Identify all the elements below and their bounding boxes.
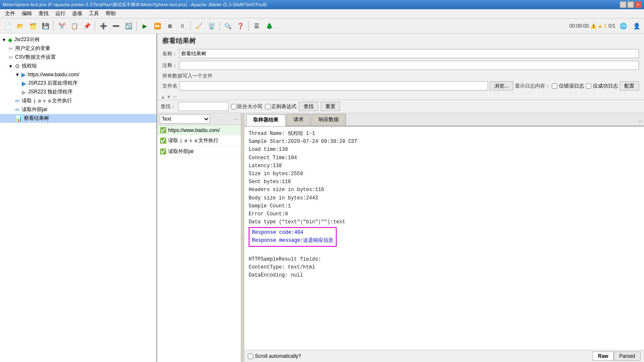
detail-line-3: Connect Time:104 — [249, 154, 640, 162]
name-row: 名称： — [162, 49, 639, 58]
scroll-auto-label[interactable]: Scroll automatically? — [248, 353, 301, 359]
file-name-input[interactable] — [179, 81, 488, 90]
result-java-label: 读取ｊａｖａ文件执行 — [168, 137, 218, 144]
shutdown-button[interactable]: ⏸ — [177, 20, 188, 32]
maximize-button[interactable]: □ — [627, 1, 634, 8]
copy-button[interactable]: 📋 — [68, 20, 80, 32]
tab-sampler[interactable]: 取样器结果 — [246, 114, 286, 126]
scroll-auto-text: Scroll automatically? — [255, 353, 301, 359]
regex-label[interactable]: 正则表达式 — [265, 103, 296, 110]
menu-options[interactable]: 选项 — [69, 9, 86, 18]
case-sensitive-label[interactable]: 区分大小写 — [231, 103, 262, 110]
remote-stop-button[interactable]: 👤 — [631, 20, 642, 32]
result-item-java[interactable]: ✅ 读取ｊａｖａ文件执行 — [157, 135, 241, 146]
scroll-auto-checkbox[interactable] — [248, 354, 253, 359]
menu-run[interactable]: 运行 — [52, 9, 69, 18]
open-button[interactable]: 📂 — [14, 20, 26, 32]
errors-only-checkbox[interactable] — [552, 83, 557, 89]
remote-start-button[interactable]: 🌐 — [617, 20, 629, 32]
close-button[interactable]: ✕ — [635, 1, 641, 8]
detail-line-16: DataEncoding: null — [249, 272, 640, 279]
tree-item-jsr223[interactable]: ▼ ◆ Jsr223示例 — [0, 35, 156, 44]
tab-bar: 取样器结果 请求 响应数据 ··· — [244, 113, 644, 127]
detail-line-9: Sample Count:1 — [249, 202, 640, 210]
detail-line-0: Thread Name: 线程组 1-1 — [249, 130, 640, 138]
function-helper-button[interactable]: 🔍 — [222, 20, 234, 32]
format-select[interactable]: Text JSON XML HTML Regexp Tester — [160, 114, 210, 124]
results-header: Text JSON XML HTML Regexp Tester ··· — [157, 113, 241, 125]
find-button[interactable]: 查找 — [299, 102, 318, 111]
toolbar-right: 00:00:00 ⚠️ ▲ 1 0/1 🌐 👤 — [569, 20, 642, 32]
detail-line-15: ContentType: text/html — [249, 264, 640, 272]
tree-label-jsr223: Jsr223示例 — [14, 36, 39, 43]
menu-edit[interactable]: 编辑 — [18, 9, 35, 18]
tree-item-view-results[interactable]: 📊 察看结果树 — [0, 114, 156, 123]
success-only-label[interactable]: 仅成功日志 — [586, 83, 618, 90]
new-button[interactable]: 📄 — [2, 20, 13, 32]
detail-panel: 取样器结果 请求 响应数据 ··· Thread Name: 线程组 1-1 S… — [244, 113, 644, 362]
tab-request[interactable]: 请求 — [286, 114, 311, 126]
tree-item-jsr223-post[interactable]: ▶ JSR223 后置处理程序 — [0, 79, 156, 88]
case-sensitive-checkbox[interactable] — [231, 104, 236, 109]
expand-button[interactable]: ➕ — [97, 20, 109, 32]
tabs: 取样器结果 请求 响应数据 — [246, 114, 347, 126]
start-no-pause-button[interactable]: ⏩ — [151, 20, 163, 32]
results-list: Text JSON XML HTML Regexp Tester ··· ✅ h… — [157, 113, 241, 362]
search-input[interactable] — [178, 102, 229, 111]
detail-line-6: Sent bytes:118 — [249, 178, 640, 186]
bottom-tab-raw[interactable]: Raw — [592, 352, 614, 361]
save-button[interactable]: 💾 — [39, 20, 51, 32]
tree-item-read-java[interactable]: ✏ 读取ｊａｖａ文件执行 — [0, 96, 156, 105]
main-layout: ▼ ◆ Jsr223示例 ✂ 用户定义的变量 ✂ CSV数据文件设置 ▼ ⚙ 线… — [0, 34, 644, 362]
tree-item-thread-group[interactable]: ▼ ⚙ 线程组 — [0, 62, 156, 70]
tab-response[interactable]: 响应数据 — [312, 114, 346, 126]
list-view-button[interactable]: ☰ — [251, 20, 262, 32]
tree-item-baidu[interactable]: ▼ ▶ https://www.baidu.com/ — [0, 70, 156, 79]
detail-line-14: HTTPSampleResult fields: — [249, 256, 640, 264]
result-item-jar[interactable]: ✅ 读取外部jar — [157, 146, 241, 157]
minimize-button[interactable]: ─ — [620, 1, 626, 8]
cut-button[interactable]: ✂️ — [56, 20, 68, 32]
comment-input[interactable] — [179, 61, 639, 70]
result-jar-icon: ✅ — [160, 148, 166, 155]
log-display-label: 显示日志内容： — [515, 83, 550, 90]
tree-item-read-jar[interactable]: ✏ 读取外部jar — [0, 105, 156, 114]
clear-all-button[interactable]: 🗑️ — [205, 20, 217, 32]
resize-handle-top: ▲ ▼ ··· — [157, 94, 644, 100]
start-button[interactable]: ▶ — [139, 20, 151, 32]
paste-button[interactable]: 📌 — [81, 20, 93, 32]
tree-item-user-vars[interactable]: ✂ 用户定义的变量 — [0, 44, 156, 53]
menu-file[interactable]: 文件 — [2, 9, 18, 18]
collapse-button[interactable]: ➖ — [110, 20, 122, 32]
reset-button[interactable]: 重置 — [321, 102, 340, 111]
drag-handle[interactable]: ⋮ — [241, 113, 244, 362]
help-button[interactable]: ❓ — [234, 20, 246, 32]
regex-checkbox[interactable] — [265, 104, 270, 109]
result-item-baidu[interactable]: ✅ https://www.baidu.com/ — [157, 125, 241, 135]
clear-button[interactable]: 🧹 — [193, 20, 205, 32]
toggle-button[interactable]: ↩️ — [122, 20, 134, 32]
errors-only-label[interactable]: 仅错误日志 — [552, 83, 584, 90]
tree-item-csv[interactable]: ✂ CSV数据文件设置 — [0, 53, 156, 62]
bottom-bar: Scroll automatically? Raw Parsed — [244, 350, 644, 362]
open-recent-button[interactable]: 🗂️ — [27, 20, 39, 32]
detail-line-10: Error Count:0 — [249, 210, 640, 218]
config-button[interactable]: 配置 — [620, 81, 639, 90]
app-title: MeterSphere-test.jmx (F:\apache-jmeter-5… — [3, 2, 267, 8]
thread-group-icon: ⚙ — [15, 63, 20, 70]
stop-button[interactable]: ⏹ — [164, 20, 176, 32]
menu-help[interactable]: 帮助 — [102, 9, 119, 18]
tree-view-button[interactable]: 🌲 — [263, 20, 275, 32]
jsr223-pre-icon: ▶ — [22, 89, 26, 96]
menu-find[interactable]: 查找 — [35, 9, 52, 18]
bottom-tab-parsed[interactable]: Parsed — [614, 352, 641, 361]
success-only-checkbox[interactable] — [586, 83, 591, 89]
jsr223-post-icon: ▶ — [22, 80, 26, 87]
tree-item-jsr223-pre[interactable]: ▶ JSR223 预处理程序 — [0, 88, 156, 96]
browse-button[interactable]: 浏览... — [490, 81, 513, 90]
menu-tools[interactable]: 工具 — [86, 9, 102, 18]
tree-label-baidu: https://www.baidu.com/ — [28, 72, 79, 78]
panel-title: 察看结果树 — [162, 37, 639, 46]
sep5 — [219, 21, 220, 31]
name-input[interactable] — [179, 49, 639, 58]
